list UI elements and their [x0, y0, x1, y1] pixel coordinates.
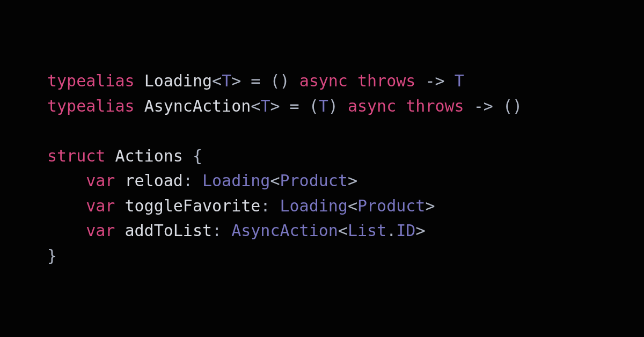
code-token: [135, 71, 144, 90]
code-token: [47, 171, 86, 190]
code-token: [135, 97, 144, 115]
code-token: [396, 97, 406, 115]
code-token: throws: [357, 71, 415, 90]
code-token: T: [260, 97, 270, 115]
code-token: [445, 71, 455, 90]
code-token: [348, 71, 357, 90]
code-token: [47, 196, 86, 215]
code-token: Product: [280, 171, 348, 190]
code-token: [464, 97, 474, 115]
code-token: addToList: [125, 221, 213, 240]
code-token: [115, 171, 125, 190]
code-token: T: [455, 71, 464, 90]
code-token: ->: [474, 97, 493, 115]
code-token: >: [270, 97, 280, 115]
code-token: T: [222, 71, 231, 90]
code-token: [415, 71, 425, 90]
code-token: AsyncAction: [231, 221, 338, 240]
code-token: (): [260, 71, 299, 90]
code-token: <: [251, 97, 260, 115]
code-token: List: [348, 221, 386, 240]
code-token: var: [86, 196, 115, 215]
code-token: >: [425, 196, 435, 215]
code-block: typealias Loading<T> = () async throws -…: [47, 69, 522, 268]
code-token: ): [328, 97, 348, 115]
code-token: {: [183, 146, 202, 165]
code-token: <: [348, 196, 357, 215]
code-token: [105, 146, 115, 165]
code-token: toggleFavorite: [125, 196, 261, 215]
code-token: var: [86, 221, 115, 240]
code-token: <: [270, 171, 280, 190]
code-token: async: [348, 97, 396, 115]
code-token: >: [231, 71, 241, 90]
code-token: var: [86, 171, 115, 190]
code-token: >: [348, 171, 357, 190]
code-token: (: [299, 97, 319, 115]
code-token: AsyncAction: [144, 97, 251, 115]
code-token: (): [493, 97, 522, 115]
code-token: <: [338, 221, 348, 240]
code-token: typealias: [47, 71, 135, 90]
code-token: :: [183, 171, 202, 190]
code-token: [241, 71, 251, 90]
code-token: struct: [47, 146, 105, 165]
code-token: T: [319, 97, 328, 115]
code-token: ->: [425, 71, 444, 90]
code-token: >: [415, 221, 425, 240]
code-token: =: [251, 71, 260, 90]
code-token: typealias: [47, 97, 135, 115]
code-token: [115, 221, 125, 240]
code-token: Loading: [202, 171, 270, 190]
code-token: Loading: [144, 71, 212, 90]
code-token: ID: [396, 221, 415, 240]
code-token: [115, 196, 125, 215]
code-token: [47, 221, 86, 240]
code-token: Actions: [115, 146, 182, 165]
code-token: :: [260, 196, 280, 215]
code-token: async: [299, 71, 348, 90]
code-token: .: [386, 221, 396, 240]
code-token: =: [290, 97, 299, 115]
code-token: throws: [406, 97, 464, 115]
code-token: <: [212, 71, 222, 90]
code-token: Loading: [280, 196, 348, 215]
code-token: reload: [125, 171, 183, 190]
code-token: }: [47, 246, 57, 265]
code-token: Product: [357, 196, 425, 215]
code-token: :: [212, 221, 231, 240]
code-token: [280, 97, 290, 115]
